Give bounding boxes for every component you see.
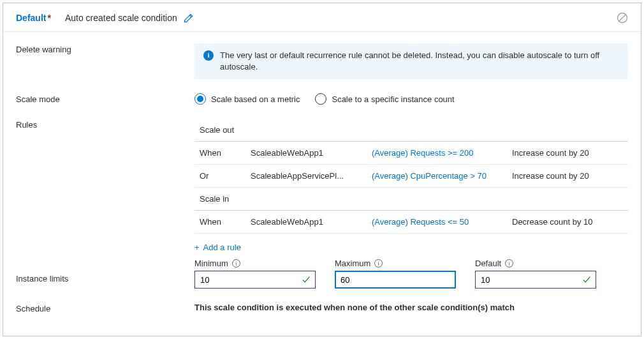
minimum-field: Minimum i: [194, 259, 316, 289]
scale-mode-row: Scale mode Scale based on a metric Scale…: [16, 93, 628, 105]
info-help-icon[interactable]: i: [374, 259, 383, 267]
radio-icon: [315, 93, 326, 105]
instance-limits-group: Minimum i Maximum i: [194, 259, 628, 289]
info-help-icon[interactable]: i: [232, 259, 240, 267]
info-icon: i: [203, 50, 214, 61]
scale-mode-label: Scale mode: [16, 93, 194, 104]
rule-when: When: [200, 148, 251, 158]
condition-subtitle: Auto created scale condition: [65, 13, 177, 23]
add-rule-button[interactable]: + Add a rule: [194, 234, 241, 256]
minimum-label: Minimum: [194, 259, 228, 268]
scale-mode-radio-group: Scale based on a metric Scale to a speci…: [194, 93, 628, 105]
rules-label: Rules: [16, 119, 194, 130]
maximum-field: Maximum i: [335, 259, 456, 289]
plus-icon: +: [194, 243, 200, 252]
maximum-label: Maximum: [335, 259, 370, 268]
rule-metric-link[interactable]: (Average) Requests <= 50: [372, 217, 512, 227]
schedule-row: Schedule This scale condition is execute…: [16, 303, 628, 313]
rule-action: Increase count by 20: [512, 171, 623, 181]
checkmark-icon: [302, 275, 311, 284]
rule-resource: ScaleableAppServicePl...: [251, 171, 372, 181]
scale-mode-metric-radio[interactable]: Scale based on a metric: [194, 93, 300, 105]
default-input[interactable]: [475, 271, 596, 289]
scale-out-header: Scale out: [194, 119, 628, 142]
scale-in-header: Scale in: [194, 188, 628, 211]
rule-row[interactable]: When ScaleableWebApp1 (Average) Requests…: [194, 211, 628, 234]
rules-row: Rules Scale out When ScaleableWebApp1 (A…: [16, 119, 628, 256]
panel-body: Delete warning i The very last or defaul…: [3, 32, 641, 313]
rule-row[interactable]: Or ScaleableAppServicePl... (Average) Cp…: [194, 165, 628, 188]
info-help-icon[interactable]: i: [505, 259, 513, 267]
instance-limits-row: Instance limits Minimum i: [16, 261, 628, 289]
delete-warning-label: Delete warning: [16, 43, 194, 54]
delete-disabled-icon: [617, 12, 628, 24]
info-text: The very last or default recurrence rule…: [220, 50, 619, 73]
condition-title[interactable]: Default: [16, 13, 46, 23]
delete-warning-row: Delete warning i The very last or defaul…: [16, 43, 628, 79]
checkmark-icon: [582, 275, 591, 284]
radio-label: Scale to a specific instance count: [332, 94, 454, 104]
rule-metric-link[interactable]: (Average) CpuPercentage > 70: [372, 171, 512, 181]
scale-mode-count-radio[interactable]: Scale to a specific instance count: [315, 93, 454, 105]
scale-condition-panel: Default* Auto created scale condition De…: [3, 3, 641, 336]
schedule-text: This scale condition is executed when no…: [194, 303, 515, 312]
rule-when: When: [200, 217, 251, 227]
minimum-input[interactable]: [194, 271, 316, 289]
info-banner: i The very last or default recurrence ru…: [194, 43, 628, 79]
svg-line-1: [619, 15, 626, 21]
radio-selected-icon: [194, 93, 206, 105]
rule-when: Or: [200, 171, 251, 181]
maximum-input[interactable]: [335, 271, 456, 289]
rule-resource: ScaleableWebApp1: [251, 148, 372, 158]
panel-header: Default* Auto created scale condition: [3, 3, 641, 32]
rules-table: Scale out When ScaleableWebApp1 (Average…: [194, 119, 628, 256]
rule-metric-link[interactable]: (Average) Requests >= 200: [372, 148, 512, 158]
rule-resource: ScaleableWebApp1: [251, 217, 372, 227]
add-rule-label: Add a rule: [203, 243, 241, 252]
rule-action: Increase count by 20: [512, 148, 623, 158]
rule-row[interactable]: When ScaleableWebApp1 (Average) Requests…: [194, 142, 628, 165]
schedule-label: Schedule: [16, 303, 194, 313]
edit-icon[interactable]: [184, 13, 193, 23]
instance-limits-label: Instance limits: [16, 261, 194, 283]
default-label: Default: [475, 259, 501, 268]
rule-action: Decrease count by 10: [512, 217, 623, 227]
default-field: Default i: [475, 259, 596, 289]
radio-label: Scale based on a metric: [211, 94, 300, 104]
required-asterisk: *: [47, 13, 50, 23]
